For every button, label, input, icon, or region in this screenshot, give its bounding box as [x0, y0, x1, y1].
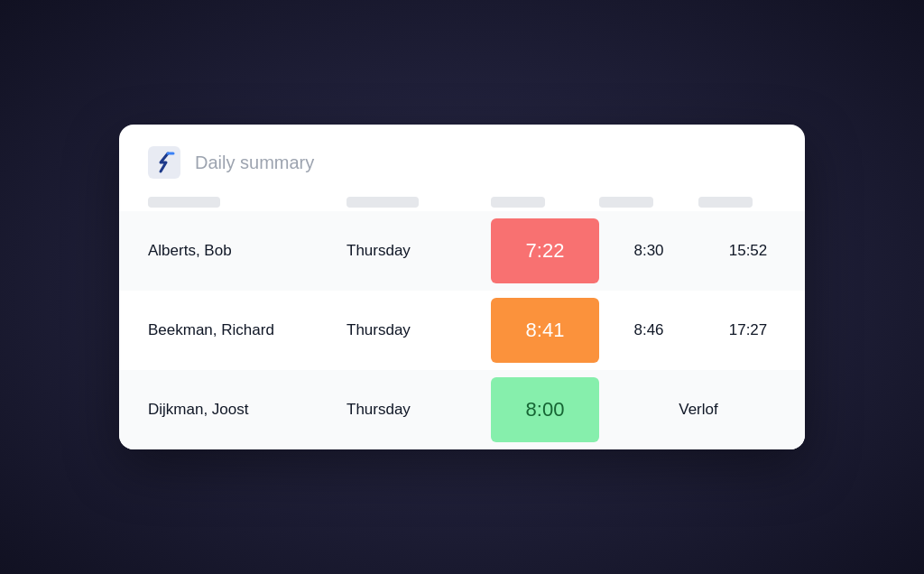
start-time: 8:46 [599, 321, 698, 339]
day-cell: Thursday [346, 401, 491, 419]
start-time: 8:30 [599, 242, 698, 260]
col-header-name [148, 197, 220, 208]
hours-cell-green: 8:00 [491, 377, 599, 442]
employee-name: Dijkman, Joost [148, 401, 346, 419]
table-row: Alberts, Bob Thursday 7:22 8:30 15:52 [119, 211, 805, 291]
employee-name: Alberts, Bob [148, 242, 346, 260]
table-body: Alberts, Bob Thursday 7:22 8:30 15:52 Be… [119, 211, 805, 449]
table-row: Dijkman, Joost Thursday 8:00 Verlof [119, 370, 805, 449]
hours-cell-orange: 8:41 [491, 298, 599, 363]
col-header-hours [491, 197, 545, 208]
app-logo-icon [148, 146, 180, 179]
page-title: Daily summary [195, 153, 314, 173]
daily-summary-card: Daily summary Alberts, Bob Thursday 7:22… [119, 125, 805, 449]
col-header-end [698, 197, 753, 208]
verlof-label: Verlof [599, 401, 798, 419]
day-cell: Thursday [346, 242, 491, 260]
hours-cell-red: 7:22 [491, 218, 599, 283]
column-headers [119, 197, 805, 208]
end-time: 17:27 [698, 321, 798, 339]
col-header-day [346, 197, 419, 208]
card-header: Daily summary [119, 125, 805, 197]
employee-name: Beekman, Richard [148, 321, 346, 339]
end-time: 15:52 [698, 242, 798, 260]
day-cell: Thursday [346, 321, 491, 339]
col-header-start [599, 197, 653, 208]
table-row: Beekman, Richard Thursday 8:41 8:46 17:2… [119, 291, 805, 370]
